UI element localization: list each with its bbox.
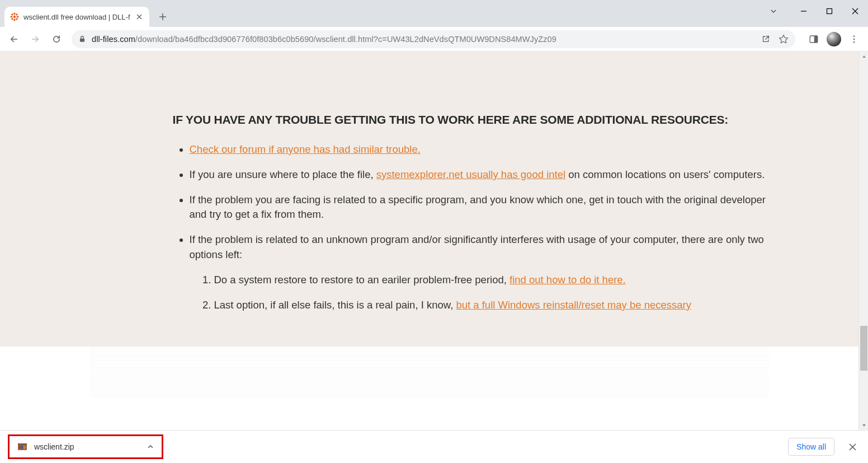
svg-point-6 bbox=[16, 13, 17, 15]
tab-favicon-icon bbox=[10, 12, 19, 21]
window-maximize-button[interactable] bbox=[817, 2, 842, 20]
download-shelf: wsclient.zip Show all bbox=[0, 430, 868, 463]
list-item: Last option, if all else fails, this is … bbox=[214, 298, 768, 313]
ad-placeholder bbox=[89, 347, 769, 397]
svg-point-2 bbox=[13, 18, 15, 21]
page-viewport: IF YOU HAVE ANY TROUBLE GETTING THIS TO … bbox=[0, 52, 868, 430]
window-close-button[interactable] bbox=[842, 2, 868, 20]
svg-rect-19 bbox=[21, 446, 23, 449]
list-item: If the problem is related to an unknown … bbox=[190, 232, 768, 312]
text: Do a system restore to restore to an ear… bbox=[214, 274, 510, 286]
svg-rect-9 bbox=[827, 9, 832, 14]
section-heading: IF YOU HAVE ANY TROUBLE GETTING THIS TO … bbox=[173, 113, 768, 127]
chevron-up-icon[interactable] bbox=[147, 443, 154, 450]
systemexplorer-link[interactable]: systemexplorer.net usually has good inte… bbox=[376, 169, 565, 180]
svg-rect-18 bbox=[19, 446, 21, 449]
browser-titlebar: wsclient.dll free download | DLL-f bbox=[0, 0, 868, 27]
svg-rect-12 bbox=[814, 36, 818, 43]
close-shelf-button[interactable] bbox=[845, 439, 860, 455]
svg-point-5 bbox=[11, 13, 13, 15]
url-host: dll-files.com bbox=[92, 35, 135, 44]
forward-button[interactable] bbox=[26, 30, 45, 49]
back-button[interactable] bbox=[4, 30, 23, 49]
share-icon[interactable] bbox=[761, 34, 771, 44]
tab-close-button[interactable] bbox=[135, 12, 144, 21]
chrome-menu-button[interactable] bbox=[845, 30, 864, 49]
vertical-scrollbar[interactable] bbox=[858, 52, 868, 430]
tips-list: Check our forum if anyone has had simila… bbox=[173, 142, 768, 313]
tab-title: wsclient.dll free download | DLL-f bbox=[23, 13, 130, 21]
scroll-thumb[interactable] bbox=[860, 326, 867, 371]
url-path: /download/ba46dfbcd3d906776f0f803b6c0b56… bbox=[135, 35, 556, 44]
text: If you are unsure where to place the fil… bbox=[190, 169, 376, 180]
list-item: Check our forum if anyone has had simila… bbox=[190, 142, 768, 157]
download-file-name: wsclient.zip bbox=[34, 442, 140, 451]
scroll-down-icon[interactable] bbox=[859, 420, 868, 430]
list-item: If the problem you are facing is related… bbox=[190, 193, 768, 223]
forum-link[interactable]: Check our forum if anyone has had simila… bbox=[190, 143, 421, 155]
list-item: Do a system restore to restore to an ear… bbox=[214, 273, 768, 288]
zip-file-icon bbox=[17, 442, 27, 452]
lock-icon bbox=[78, 35, 86, 43]
scroll-up-icon[interactable] bbox=[859, 52, 868, 61]
svg-rect-10 bbox=[80, 38, 84, 41]
text: If the problem you are facing is related… bbox=[190, 194, 766, 221]
page-content: IF YOU HAVE ANY TROUBLE GETTING THIS TO … bbox=[0, 52, 858, 430]
options-list: Do a system restore to restore to an ear… bbox=[190, 273, 768, 313]
windows-reinstall-link[interactable]: but a full Windows reinstall/reset may b… bbox=[456, 299, 691, 311]
side-panel-button[interactable] bbox=[804, 30, 823, 49]
url-text: dll-files.com/download/ba46dfbcd3d906776… bbox=[92, 35, 756, 44]
svg-rect-20 bbox=[23, 446, 25, 449]
text: Last option, if all else fails, this is … bbox=[214, 299, 456, 311]
text: on common locations on users' computers. bbox=[565, 169, 765, 180]
svg-rect-17 bbox=[18, 443, 27, 445]
tab-search-button[interactable] bbox=[761, 2, 786, 20]
svg-point-15 bbox=[853, 41, 855, 43]
window-minimize-button[interactable] bbox=[791, 2, 817, 20]
svg-point-0 bbox=[13, 16, 16, 18]
text: If the problem is related to an unknown … bbox=[190, 233, 764, 260]
svg-point-4 bbox=[16, 16, 18, 17]
svg-point-13 bbox=[853, 35, 855, 37]
profile-avatar[interactable] bbox=[827, 32, 841, 46]
svg-point-14 bbox=[853, 38, 855, 40]
list-item: If you are unsure where to place the fil… bbox=[190, 167, 768, 183]
svg-point-1 bbox=[13, 12, 15, 15]
address-bar[interactable]: dll-files.com/download/ba46dfbcd3d906776… bbox=[72, 30, 795, 48]
reload-button[interactable] bbox=[47, 30, 66, 49]
svg-point-3 bbox=[10, 16, 12, 17]
page-section-white bbox=[0, 347, 858, 431]
browser-tab[interactable]: wsclient.dll free download | DLL-f bbox=[4, 7, 149, 27]
window-controls bbox=[761, 0, 868, 22]
svg-point-7 bbox=[11, 18, 13, 20]
browser-toolbar: dll-files.com/download/ba46dfbcd3d906776… bbox=[0, 27, 868, 52]
new-tab-button[interactable] bbox=[155, 9, 171, 25]
show-all-downloads-button[interactable]: Show all bbox=[788, 438, 834, 456]
bookmark-icon[interactable] bbox=[779, 34, 789, 44]
svg-point-8 bbox=[16, 18, 17, 20]
download-item[interactable]: wsclient.zip bbox=[8, 434, 163, 459]
system-restore-link[interactable]: find out how to do it here. bbox=[510, 274, 626, 286]
